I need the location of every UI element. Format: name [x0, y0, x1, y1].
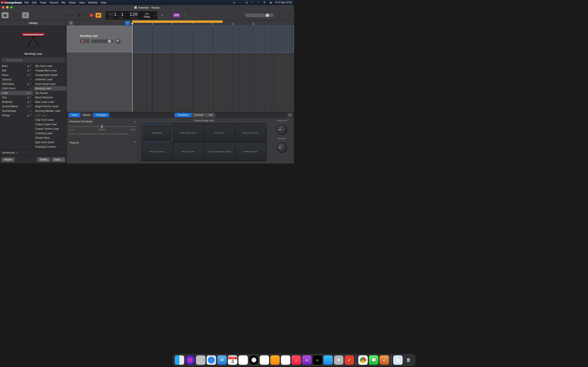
transform-pad[interactable]: ELECTRO KEYS — [235, 124, 266, 142]
tab-compare[interactable]: Compare — [93, 113, 109, 117]
library-patch-item[interactable]: Bending Lead — [33, 86, 67, 91]
library-category-item[interactable]: Classics — [0, 77, 33, 82]
library-patch-item[interactable]: Bright Punchy Synth — [33, 104, 67, 109]
library-category-item[interactable]: EDM Bass⊕ — [0, 82, 33, 86]
transform-pad[interactable]: HUGE PAD — [204, 124, 235, 142]
library-patch-item[interactable]: Buzzing Metallic Lead — [33, 109, 67, 113]
cycle-button[interactable] — [95, 13, 101, 18]
transform-pad[interactable]: CLEAN FILTERED STABS — [204, 143, 235, 161]
library-patch-item[interactable]: Analog Mono Lead — [33, 68, 67, 73]
quick-help-button[interactable] — [10, 12, 17, 18]
tuner-button[interactable] — [159, 12, 166, 18]
track-volume-slider[interactable] — [91, 39, 113, 43]
transform-pad[interactable]: RIPPING BASS — [235, 143, 266, 161]
library-patch-item[interactable]: Arctic Noise Lead — [33, 82, 67, 86]
library-patch-list[interactable]: 80s Sync LeadAnalog Mono LeadAnalog Stac… — [33, 64, 67, 150]
tab-track[interactable]: Track — [68, 113, 80, 117]
library-category-item[interactable]: Rhythmic⊕ — [0, 100, 33, 104]
mute-icon[interactable]: 🔇 — [81, 40, 84, 42]
playhead[interactable] — [132, 23, 132, 112]
metronome-button[interactable] — [182, 12, 189, 18]
stop-button[interactable] — [77, 13, 81, 17]
menu-file[interactable]: File — [24, 1, 29, 4]
play-button[interactable] — [83, 13, 87, 17]
tube-dist-knob[interactable] — [277, 125, 287, 135]
library-category-item[interactable]: Brass⊕ — [0, 73, 33, 77]
library-patch-item[interactable]: Electric Buzz — [33, 136, 67, 140]
transform-pad[interactable]: HEAVY METAL — [173, 143, 204, 161]
library-category-item[interactable]: Sound Effects⊕ — [0, 104, 33, 109]
add-track-button[interactable]: ＋ — [69, 21, 73, 25]
library-category-list[interactable]: Bass⊕Bell⊕Brass⊕ClassicsEDM Bass⊕EDM Cho… — [0, 64, 33, 150]
library-patch-item[interactable]: Black Diamond — [33, 95, 67, 100]
library-category-item[interactable]: Soundscape — [0, 109, 33, 113]
record-button[interactable] — [90, 14, 93, 17]
headphones-solo-icon[interactable]: 🎧 — [85, 40, 88, 42]
cycle-region[interactable] — [132, 20, 223, 23]
transform-pad[interactable]: BIG BEND — [142, 124, 172, 142]
close-window-button[interactable] — [2, 6, 4, 8]
wifi-icon[interactable]: ⌔ — [251, 1, 254, 4]
tab-eq[interactable]: EQ — [206, 113, 215, 117]
count-in-button[interactable]: 1234 — [173, 13, 180, 17]
timeline-ruler[interactable]: 135791113 — [132, 20, 294, 26]
track-header[interactable]: Bending Lead 🔇 🎧 — [67, 26, 132, 52]
arrange-area[interactable]: 135791113 — [132, 20, 294, 112]
library-category-item[interactable]: EDM Chord — [0, 86, 33, 91]
transform-pad[interactable]: FESTIVAL KEYS — [142, 143, 172, 161]
editors-button[interactable] — [31, 12, 38, 18]
loop-browser-button[interactable] — [285, 12, 292, 18]
library-category-item[interactable]: Strings⊕ — [0, 113, 33, 118]
library-patch-item[interactable]: Crackling Lead — [33, 131, 67, 136]
library-patch-item[interactable]: Chill Keys — [33, 113, 67, 118]
library-patch-item[interactable]: Anthemic Lead — [33, 77, 67, 82]
library-patch-item[interactable]: Classic Techno Lead — [33, 127, 67, 131]
library-category-item[interactable]: Lead⊕ — [0, 91, 33, 95]
plugins-disclosure[interactable]: Plug-ins — [69, 139, 136, 146]
transform-pad[interactable]: BIG STAB LEAD — [173, 124, 204, 142]
delete-button[interactable]: Delete — [37, 157, 50, 162]
menu-track[interactable]: Track — [40, 1, 46, 4]
library-toggle-button[interactable] — [2, 12, 9, 18]
menu-share[interactable]: Share — [69, 1, 76, 4]
fast-forward-button[interactable] — [70, 13, 74, 17]
library-patch-item[interactable]: Chip Tune Lead — [33, 118, 67, 122]
minimize-window-button[interactable] — [6, 6, 9, 8]
zoom-window-button[interactable] — [10, 6, 13, 8]
revert-button[interactable]: Revert — [2, 157, 15, 162]
tab-controls[interactable]: Controls — [191, 113, 206, 117]
track-header-config-button[interactable] — [125, 21, 130, 25]
library-breadcrumb[interactable]: Synthesizer — [0, 150, 67, 155]
spotlight-icon[interactable]: ⌕ — [257, 1, 260, 4]
menu-mix[interactable]: Mix — [61, 1, 66, 4]
control-center-icon[interactable]: ☰ — [263, 1, 266, 4]
library-patch-item[interactable]: Big Square — [33, 91, 67, 95]
track-pan-knob[interactable] — [115, 39, 121, 44]
siri-icon[interactable]: ◉ — [269, 1, 272, 4]
bluetooth-off-icon[interactable]: ⌿ — [238, 1, 242, 4]
rewind-button[interactable] — [64, 13, 68, 17]
menu-help[interactable]: Help — [101, 1, 106, 4]
save-button[interactable]: Save... — [52, 157, 65, 162]
creative-cloud-icon[interactable]: ◎ — [232, 1, 236, 4]
library-patch-item[interactable]: Classic Super Saw — [33, 122, 67, 127]
smart-controls-button[interactable] — [22, 12, 29, 18]
menu-record[interactable]: Record — [50, 1, 58, 4]
tab-transform[interactable]: Transform — [174, 113, 191, 117]
library-category-item[interactable]: Bell⊕ — [0, 68, 33, 73]
chevron-down-icon[interactable] — [134, 121, 136, 122]
menu-view[interactable]: View — [79, 1, 85, 4]
library-patch-item[interactable]: Evolving Currents — [33, 145, 67, 149]
lcd-tempo[interactable]: 120 — [130, 12, 138, 17]
reverb-knob[interactable] — [277, 142, 287, 153]
lcd-mode-chevron-icon[interactable] — [153, 11, 157, 19]
library-patch-item[interactable]: Epic Hook Synth — [33, 140, 67, 145]
master-volume-slider[interactable] — [245, 13, 274, 17]
expand-panel-button[interactable]: ⤢ — [287, 113, 292, 117]
library-patch-item[interactable]: Blue Laser Lead — [33, 100, 67, 104]
search-sounds-input[interactable]: ⌕ Search Sounds — [2, 58, 65, 63]
sensitivity-slider[interactable] — [69, 126, 136, 127]
track-name[interactable]: Bending Lead — [80, 34, 129, 37]
library-category-item[interactable]: Pad⊕ — [0, 95, 33, 100]
battery-icon[interactable]: ⚡︎▯ — [245, 1, 248, 4]
